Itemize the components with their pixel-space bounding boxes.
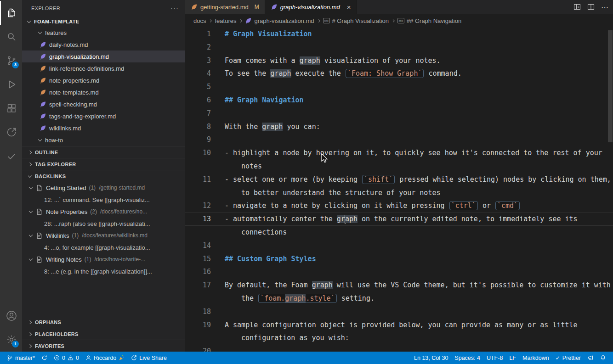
breadcrumb-docs[interactable]: docs — [193, 17, 206, 24]
vscode-window: 31 EXPLORER ··· FOAM-TEMPLATE featuresda… — [0, 0, 613, 352]
backlink-item-wikilinks[interactable]: Wikilinks(1)/docs/features/wikilinks.md — [22, 230, 185, 241]
editor-line[interactable]: 11- select one or more (by keeping `shif… — [185, 173, 613, 186]
file-graph-visualization-md[interactable]: graph-visualization.md — [22, 50, 185, 62]
tab-getting-started-md[interactable]: getting-started.mdM — [185, 0, 265, 14]
editor-line[interactable]: 14 — [185, 239, 613, 252]
panel-placeholders[interactable]: PLACEHOLDERS — [22, 328, 185, 340]
status-live-share[interactable]: Live Share — [128, 352, 170, 364]
text-editor[interactable]: 1# Graph Visualization23Foam comes with … — [185, 28, 613, 352]
file-tags-and-tag-explorer-md[interactable]: tags-and-tag-explorer.md — [22, 110, 185, 122]
panel-tag-explorer[interactable]: TAG EXPLORER — [22, 158, 185, 170]
file-link-reference-definitions-md[interactable]: link-reference-definitions.md — [22, 62, 185, 74]
status-notifications[interactable] — [597, 352, 609, 364]
editor-line[interactable]: 17By default, the Foam graph will use th… — [185, 279, 613, 292]
editor-line[interactable]: 18 — [185, 305, 613, 319]
file-daily-notes-md[interactable]: daily-notes.md — [22, 39, 185, 50]
backlink-title: Wikilinks — [46, 232, 69, 239]
editor-more-actions-icon[interactable]: ⋯ — [601, 3, 608, 11]
file-wikilinks-md[interactable]: wikilinks.md — [22, 122, 185, 134]
backlink-count: (1) — [89, 185, 96, 191]
editor-line-wrap[interactable]: to better understand the structure of yo… — [185, 186, 613, 200]
editor-line[interactable]: 3Foam comes with a graph visualization o… — [185, 54, 613, 67]
panel-backlinks[interactable]: BACKLINKS — [22, 170, 185, 182]
panel-outline[interactable]: OUTLINE — [22, 146, 185, 158]
tab-graph-visualization-md[interactable]: graph-visualization.md× — [265, 0, 357, 14]
chevron-down-icon — [29, 257, 33, 261]
breadcrumb-label: docs — [193, 17, 206, 24]
backlink-reference[interactable]: 4: ...o, for example [[graph-visualizati… — [22, 241, 185, 253]
backlink-path: /getting-started.md — [99, 185, 145, 191]
editor-line[interactable]: 16 — [185, 265, 613, 279]
editor-line[interactable]: 20 — [185, 345, 613, 352]
breadcrumb-features[interactable]: features — [215, 17, 236, 24]
panel-orphans[interactable]: ORPHANS — [22, 316, 185, 328]
sidebar-more-actions-icon[interactable]: ··· — [170, 4, 179, 12]
activity-settings[interactable]: 1 — [0, 328, 22, 352]
panel-label: BACKLINKS — [35, 174, 66, 179]
backlink-item-getting-started[interactable]: Getting Started(1)/getting-started.md — [22, 182, 185, 194]
folder-features[interactable]: features — [22, 27, 185, 39]
status-branch[interactable]: master* — [4, 352, 38, 364]
status-encoding[interactable]: UTF-8 — [483, 352, 506, 364]
editor-line[interactable]: 13- automatically center the graph on th… — [185, 213, 613, 226]
status-language-mode[interactable]: Markdown — [519, 352, 552, 364]
activity-explorer[interactable] — [0, 1, 22, 25]
backlink-item-note-properties[interactable]: Note Properties(2)/docs/features/no... — [22, 206, 185, 218]
status-problems[interactable]: 00 — [51, 352, 82, 364]
open-preview-icon[interactable] — [573, 3, 581, 11]
file-spell-checking-md[interactable]: spell-checking.md — [22, 98, 185, 110]
editor-line[interactable]: 6## Graph Navigation — [185, 94, 613, 107]
activity-live-share[interactable] — [0, 120, 22, 144]
backlink-title: Getting Started — [46, 185, 86, 191]
folder-how-to[interactable]: how-to — [22, 134, 185, 146]
split-editor-icon[interactable] — [587, 3, 595, 11]
breadcrumb-graph-navigation[interactable]: abc## Graph Navigation — [397, 17, 461, 24]
panel-favorites[interactable]: FAVORITES — [22, 340, 185, 352]
editor-line[interactable]: 12- navigate to a note by clicking on it… — [185, 199, 613, 213]
editor-line-wrap[interactable]: the `foam.graph.style` setting. — [185, 292, 613, 305]
editor-line-wrap[interactable]: configuration as you wish: — [185, 331, 613, 345]
activity-account[interactable] — [0, 304, 22, 328]
close-icon[interactable]: × — [347, 4, 351, 11]
breadcrumb-graph-visualization[interactable]: abc# Graph Visualization — [323, 17, 389, 24]
code-text: With the — [225, 123, 262, 131]
backlink-reference[interactable]: 12: ...` command. See [[graph-visualiz..… — [22, 194, 185, 206]
editor-line[interactable]: 8With the graph you can: — [185, 120, 613, 134]
activity-source-control[interactable]: 3 — [0, 49, 22, 73]
code-text: notes — [241, 162, 262, 170]
status-user[interactable]: Riccardo — [82, 352, 128, 364]
editor-line[interactable]: 4To see the graph execute the `Foam: Sho… — [185, 67, 613, 80]
editor-scrollbar[interactable] — [608, 30, 613, 142]
backlink-reference[interactable]: 8: ...e (e.g. in the [[graph-visualizati… — [22, 265, 185, 277]
file-tree: featuresdaily-notes.mdgraph-visualizatio… — [22, 27, 185, 146]
breadcrumb-graph-visualization-md[interactable]: graph-visualization.md — [245, 17, 314, 24]
section-foam-template[interactable]: FOAM-TEMPLATE — [22, 16, 185, 27]
status-formatter[interactable]: ✓Prettier — [552, 352, 584, 364]
editor-line[interactable]: 7 — [185, 107, 613, 120]
activity-run-debug[interactable] — [0, 73, 22, 96]
editor-line[interactable]: 1# Graph Visualization — [185, 28, 613, 41]
sidebar-spacer — [22, 277, 185, 316]
editor-line[interactable]: 10- highlight a node by hovering on it, … — [185, 146, 613, 160]
status-cursor-position[interactable]: Ln 13, Col 30 — [411, 352, 451, 364]
editor-line-wrap[interactable]: connections — [185, 226, 613, 239]
backlink-item-writing-notes[interactable]: Writing Notes(1)/docs/how-to/write-... — [22, 253, 185, 265]
editor-line[interactable]: 5 — [185, 80, 613, 94]
status-indentation[interactable]: Spaces: 4 — [451, 352, 483, 364]
editor-line[interactable]: 15## Custom Graph Styles — [185, 252, 613, 266]
editor-line[interactable]: 2 — [185, 41, 613, 54]
status-sync[interactable] — [38, 352, 51, 364]
code-text: configuration as you wish: — [241, 334, 349, 342]
editor-line-wrap[interactable]: notes — [185, 160, 613, 173]
editor-line[interactable]: 9 — [185, 133, 613, 146]
editor-line[interactable]: 19A sample configuration object is provi… — [185, 319, 613, 332]
backlink-reference[interactable]: 28: ...raph (also see [[graph-visualizat… — [22, 218, 185, 230]
file-note-properties-md[interactable]: note-properties.md — [22, 74, 185, 86]
activity-extensions[interactable] — [0, 96, 22, 120]
foam-feather-icon — [40, 113, 46, 120]
activity-search[interactable] — [0, 25, 22, 49]
file-note-templates-md[interactable]: note-templates.md — [22, 86, 185, 98]
activity-testing[interactable] — [0, 144, 22, 168]
status-feedback[interactable] — [584, 352, 597, 364]
status-eol[interactable]: LF — [506, 352, 519, 364]
